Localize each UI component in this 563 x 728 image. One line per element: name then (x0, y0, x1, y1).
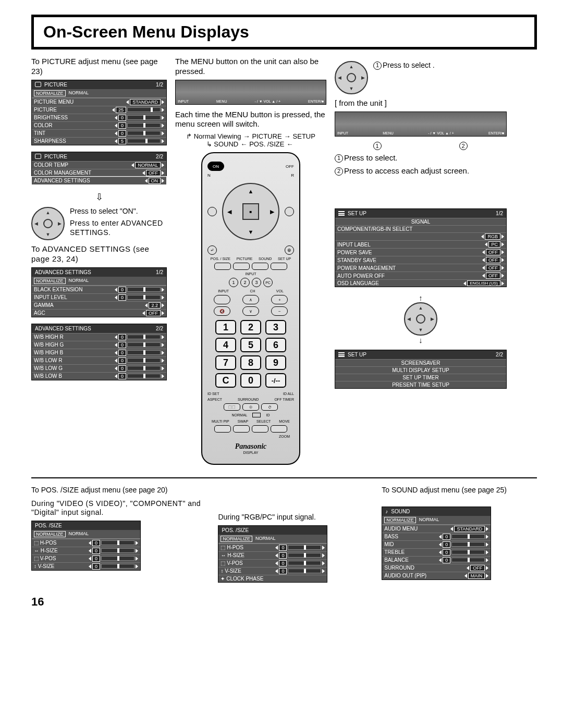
each-time-text: Each time the MENU button is pressed, th… (175, 110, 326, 130)
remote-center-button[interactable]: ■ (242, 203, 259, 220)
osd-sound: ♪SOUND NORMALIZENORMAL AUDIO MENUSTANDAR… (382, 507, 491, 580)
unit-button-panel: INPUT MENU - / ▼ VOL ▲ / + ENTER/■ (175, 80, 326, 105)
dpad-diagram: ▲▼◀▶ (335, 61, 368, 94)
brand-logo: Panasonic (207, 442, 294, 451)
circled-2-icon: 2 (459, 142, 468, 150)
remote-n-button[interactable] (207, 207, 217, 216)
remote-return-button[interactable]: ⤶ (207, 245, 217, 255)
setup-icon (338, 352, 345, 357)
osd-pos-size-2: POS. /SIZE NORMALIZENORMAL ⬚ H-POS0 ↔ H-… (218, 525, 327, 583)
during-video-text: During "VIDEO (S VIDEO)", "COMPONENT" an… (31, 499, 210, 517)
remote-control-diagram: ONOFF NR ▲ ▼ ◀ ▶ ■ ⤶⊕ POS. / SIZE PICTUR… (201, 152, 300, 465)
remote-plus-button[interactable]: ⊕ (285, 245, 294, 255)
menu-cycle-diagram: ↱ Normal Viewing→PICTURE→SETUP ↳ SOUND←P… (175, 132, 326, 148)
to-advanced-text: To ADVANCED SETTINGS (see page 23, 24) (31, 244, 167, 264)
arrow-down-icon: ⇩ (31, 191, 167, 203)
from-unit-label: [ from the unit ] (335, 98, 507, 108)
osd-setup-1: SET UP1/2 SIGNAL COMPONENT/RGB-IN SELECT… (335, 208, 507, 287)
picture-icon (35, 154, 41, 159)
unit-button-panel: INPUT MENU - / ▼ VOL ▲ / + ENTER/■ (335, 112, 507, 137)
remote-dpad[interactable]: ▲ ▼ ◀ ▶ ■ (222, 183, 279, 240)
page-title: On-Screen Menu Displays (43, 22, 525, 42)
page-title-box: On-Screen Menu Displays (31, 15, 537, 50)
remote-on-button[interactable]: ON (207, 162, 224, 171)
osd-picture-1: PICTURE 1/2 NORMALIZENORMAL PICTURE MENU… (31, 80, 167, 145)
dpad-diagram: ▲▼◀▶ (404, 302, 437, 336)
osd-pos-size-1: POS. /SIZE NORMALIZENORMAL ⬚ H-POS0 ↔ H-… (31, 521, 141, 571)
dpad-diagram: ▲▼◀▶ (31, 207, 65, 240)
to-picture-text: To PICTURE adjust menu (see page 23) (31, 57, 167, 77)
remote-numpad: 123 456 789 C0-/-- (207, 320, 294, 388)
remote-r-button[interactable] (285, 207, 294, 216)
circled-1-icon: 1 (373, 142, 382, 150)
to-pos-text: To POS. /SIZE adjust menu (see page 20) (31, 486, 210, 495)
setup-icon (338, 211, 345, 216)
during-rgb-text: During "RGB/PC" input signal. (218, 513, 373, 522)
to-sound-text: To SOUND adjust menu (see page 25) (382, 486, 537, 495)
picture-icon (35, 82, 41, 87)
page-number: 16 (31, 595, 537, 609)
osd-picture-2: PICTURE 2/2 COLOR TEMPNORMAL COLOR MANAG… (31, 152, 167, 185)
osd-setup-2: SET UP2/2 SCREENSAVER MULTI DISPLAY SETU… (335, 350, 507, 389)
osd-advanced-1: ADVANCED SETTINGS1/2 NORMALIZENORMAL BLA… (31, 267, 167, 317)
menu-note: The MENU button on the unit can also be … (175, 57, 326, 77)
osd-advanced-2: ADVANCED SETTINGS2/2 W/B HIGH R0 W/B HIG… (31, 324, 167, 380)
